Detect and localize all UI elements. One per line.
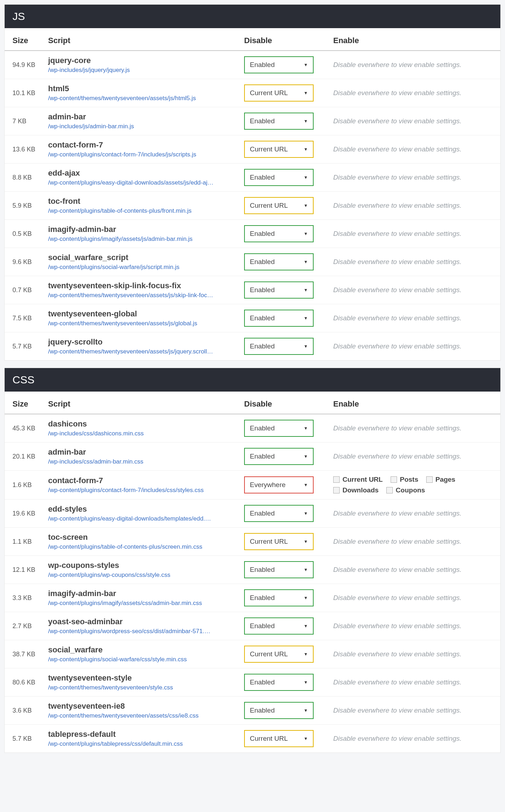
enable-option-3[interactable]: Downloads: [333, 486, 378, 494]
enable-option-1[interactable]: Posts: [391, 476, 418, 483]
script-path-link[interactable]: /wp-content/themes/twentyseventeen/asset…: [48, 292, 236, 299]
script-name: dashicons: [48, 419, 236, 429]
enable-note: Disable everwhere to view enable setting…: [333, 314, 496, 323]
enable-note: Disable everwhere to view enable setting…: [333, 60, 496, 70]
enable-note: Disable everwhere to view enable setting…: [333, 621, 496, 631]
enable-cell: Disable everwhere to view enable setting…: [329, 107, 500, 135]
panel-js: JS Size Script Disable Enable 94.9 KB jq…: [4, 4, 501, 361]
disable-select[interactable]: Current URL ▼: [244, 197, 314, 214]
table-row: 45.3 KB dashicons /wp-includes/css/dashi…: [5, 414, 500, 443]
disable-select-value: Enabled: [250, 510, 301, 517]
chevron-down-icon: ▼: [304, 454, 308, 459]
col-header-script: Script: [44, 392, 240, 414]
script-path-link[interactable]: /wp-content/plugins/tablepress/css/defau…: [48, 740, 236, 748]
enable-cell: Disable everwhere to view enable setting…: [329, 500, 500, 528]
script-path-link[interactable]: /wp-content/plugins/table-of-contents-pl…: [48, 207, 236, 214]
disable-select[interactable]: Enabled ▼: [244, 225, 314, 242]
chevron-down-icon: ▼: [304, 119, 308, 124]
script-cell: edd-styles /wp-content/plugins/easy-digi…: [44, 500, 240, 528]
script-path-link[interactable]: /wp-includes/js/jquery/jquery.js: [48, 67, 236, 74]
disable-select[interactable]: Enabled ▼: [244, 448, 314, 465]
disable-select-value: Enabled: [250, 61, 301, 69]
disable-select[interactable]: Enabled ▼: [244, 56, 314, 73]
enable-cell: Disable everwhere to view enable setting…: [329, 135, 500, 164]
disable-select[interactable]: Current URL ▼: [244, 730, 314, 747]
disable-select-value: Enabled: [250, 566, 301, 574]
disable-select[interactable]: Enabled ▼: [244, 420, 314, 437]
chevron-down-icon: ▼: [304, 175, 308, 180]
script-path-link[interactable]: /wp-content/plugins/imagify/assets/js/ad…: [48, 236, 236, 243]
disable-cell: Enabled ▼: [240, 248, 329, 276]
chevron-down-icon: ▼: [304, 680, 308, 685]
disable-select[interactable]: Current URL ▼: [244, 84, 314, 102]
size-cell: 1.6 KB: [5, 471, 44, 500]
script-cell: twentyseventeen-skip-link-focus-fix /wp-…: [44, 276, 240, 304]
checkbox-icon: [391, 476, 397, 483]
disable-select[interactable]: Enabled ▼: [244, 338, 314, 355]
script-path-link[interactable]: /wp-content/themes/twentyseventeen/asset…: [48, 348, 236, 355]
disable-select[interactable]: Enabled ▼: [244, 702, 314, 719]
script-cell: imagify-admin-bar /wp-content/plugins/im…: [44, 220, 240, 248]
script-path-link[interactable]: /wp-content/themes/twentyseventeen/style…: [48, 684, 236, 691]
disable-select[interactable]: Everywhere ▼: [244, 476, 314, 493]
script-name: contact-form-7: [48, 140, 236, 150]
chevron-down-icon: ▼: [304, 624, 308, 629]
enable-option-2[interactable]: Pages: [426, 476, 455, 483]
script-path-link[interactable]: /wp-content/plugins/imagify/assets/css/a…: [48, 600, 236, 607]
script-path-link[interactable]: /wp-content/plugins/wordpress-seo/css/di…: [48, 628, 236, 635]
disable-select[interactable]: Current URL ▼: [244, 533, 314, 550]
enable-option-0[interactable]: Current URL: [333, 476, 383, 483]
disable-select-value: Current URL: [250, 650, 301, 658]
script-name: social_warfare_script: [48, 253, 236, 262]
script-path-link[interactable]: /wp-content/plugins/easy-digital-downloa…: [48, 179, 236, 186]
script-path-link[interactable]: /wp-content/plugins/social-warfare/css/s…: [48, 656, 236, 663]
disable-select[interactable]: Enabled ▼: [244, 113, 314, 130]
table-row: 7 KB admin-bar /wp-includes/js/admin-bar…: [5, 107, 500, 135]
script-path-link[interactable]: /wp-includes/css/dashicons.min.css: [48, 430, 236, 437]
size-cell: 10.1 KB: [5, 79, 44, 107]
scripts-table: Size Script Disable Enable 94.9 KB jquer…: [5, 28, 500, 360]
disable-select-value: Enabled: [250, 594, 301, 602]
table-row: 38.7 KB social_warfare /wp-content/plugi…: [5, 640, 500, 668]
script-path-link[interactable]: /wp-content/plugins/contact-form-7/inclu…: [48, 487, 236, 494]
table-row: 0.5 KB imagify-admin-bar /wp-content/plu…: [5, 220, 500, 248]
script-path-link[interactable]: /wp-content/plugins/social-warfare/js/sc…: [48, 264, 236, 271]
script-path-link[interactable]: /wp-content/plugins/easy-digital-downloa…: [48, 515, 236, 522]
chevron-down-icon: ▼: [304, 595, 308, 600]
script-path-link[interactable]: /wp-includes/js/admin-bar.min.js: [48, 123, 236, 130]
table-row: 3.3 KB imagify-admin-bar /wp-content/plu…: [5, 584, 500, 612]
disable-select[interactable]: Enabled ▼: [244, 617, 314, 635]
disable-select[interactable]: Enabled ▼: [244, 505, 314, 522]
disable-select[interactable]: Current URL ▼: [244, 141, 314, 158]
script-path-link[interactable]: /wp-includes/css/admin-bar.min.css: [48, 458, 236, 465]
table-row: 12.1 KB wp-coupons-styles /wp-content/pl…: [5, 556, 500, 584]
chevron-down-icon: ▼: [304, 539, 308, 544]
disable-select[interactable]: Current URL ▼: [244, 646, 314, 663]
disable-select[interactable]: Enabled ▼: [244, 674, 314, 691]
disable-select[interactable]: Enabled ▼: [244, 310, 314, 327]
table-row: 5.7 KB jquery-scrollto /wp-content/theme…: [5, 332, 500, 361]
disable-cell: Enabled ▼: [240, 414, 329, 443]
script-cell: imagify-admin-bar /wp-content/plugins/im…: [44, 584, 240, 612]
script-path-link[interactable]: /wp-content/plugins/table-of-contents-pl…: [48, 543, 236, 550]
script-path-link[interactable]: /wp-content/plugins/contact-form-7/inclu…: [48, 151, 236, 158]
disable-select-value: Current URL: [250, 145, 301, 153]
chevron-down-icon: ▼: [304, 567, 308, 572]
disable-select[interactable]: Enabled ▼: [244, 589, 314, 606]
script-path-link[interactable]: /wp-content/plugins/wp-coupons/css/style…: [48, 571, 236, 579]
enable-cell: Disable everwhere to view enable setting…: [329, 725, 500, 753]
disable-select[interactable]: Enabled ▼: [244, 561, 314, 578]
disable-select[interactable]: Enabled ▼: [244, 169, 314, 186]
disable-select-value: Enabled: [250, 622, 301, 630]
disable-select[interactable]: Enabled ▼: [244, 253, 314, 270]
enable-note: Disable everwhere to view enable setting…: [333, 117, 496, 126]
disable-select[interactable]: Enabled ▼: [244, 281, 314, 299]
enable-note: Disable everwhere to view enable setting…: [333, 229, 496, 239]
script-path-link[interactable]: /wp-content/themes/twentyseventeen/asset…: [48, 95, 236, 102]
script-path-link[interactable]: /wp-content/themes/twentyseventeen/asset…: [48, 320, 236, 327]
table-row: 1.1 KB toc-screen /wp-content/plugins/ta…: [5, 528, 500, 556]
enable-option-4[interactable]: Coupons: [386, 486, 425, 494]
enable-cell: Current URLPostsPagesDownloadsCoupons: [329, 471, 500, 500]
script-name: html5: [48, 84, 236, 93]
script-path-link[interactable]: /wp-content/themes/twentyseventeen/asset…: [48, 712, 236, 719]
